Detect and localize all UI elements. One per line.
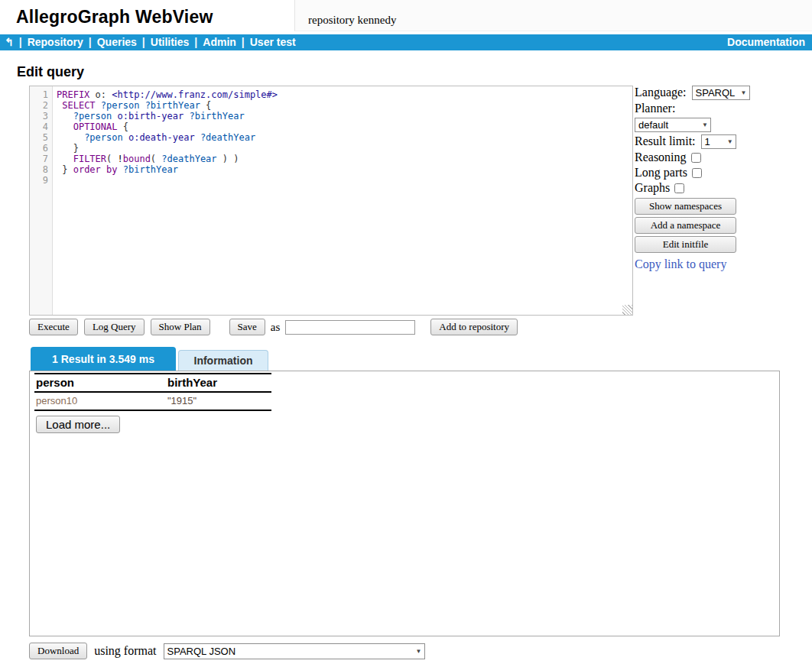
nav-item-utilities[interactable]: Utilities [151, 34, 190, 50]
planner-select[interactable]: default ▼ [635, 118, 711, 132]
line-number: 6 [30, 143, 48, 154]
code-line: FILTER( !bound( ?deathYear ) ) [57, 154, 632, 164]
line-number: 9 [30, 175, 48, 186]
repository-label: repository kennedy [308, 14, 396, 27]
format-select-value: SPARQL JSON [167, 646, 236, 657]
code-line: } [57, 143, 632, 154]
add-namespace-button[interactable]: Add a namespace [635, 217, 736, 234]
line-number: 4 [30, 121, 48, 132]
column-header: birthYear [166, 374, 271, 392]
line-number: 7 [30, 154, 48, 164]
using-format-label: using format [94, 644, 156, 658]
save-button[interactable]: Save [229, 319, 265, 335]
show-plan-button[interactable]: Show Plan [151, 319, 210, 335]
tab-results[interactable]: 1 Result in 3.549 ms [31, 347, 176, 371]
nav-bar: ↰ | Repository | Queries | Utilities | A… [0, 34, 812, 50]
allegrograph-webview: AllegroGraph WebView repository kennedy … [0, 0, 812, 667]
result-limit-label: Result limit: [635, 134, 696, 148]
nav-item-repository[interactable]: Repository [28, 34, 83, 50]
nav-left: ↰ | Repository | Queries | Utilities | A… [5, 34, 296, 50]
graphs-checkbox[interactable] [674, 183, 684, 193]
nav-item-queries[interactable]: Queries [97, 34, 137, 50]
page-title: Edit query [17, 64, 84, 80]
tab-information[interactable]: Information [178, 350, 268, 371]
nav-separator: | [242, 34, 245, 50]
nav-item-admin[interactable]: Admin [203, 34, 236, 50]
app-title: AllegroGraph WebView [16, 7, 213, 28]
resize-grip-icon[interactable] [622, 305, 632, 315]
line-number: 1 [30, 89, 48, 100]
code-line: SELECT ?person ?birthYear { [57, 100, 632, 111]
nav-item-user-test[interactable]: User test [250, 34, 296, 50]
planner-select-value: default [638, 119, 668, 131]
planner-label: Planner: [635, 102, 675, 115]
chevron-down-icon: ▼ [741, 89, 747, 96]
result-limit-select-value: 1 [705, 136, 710, 147]
nav-separator: | [89, 34, 92, 50]
chevron-down-icon: ▼ [416, 648, 422, 655]
language-label: Language: [635, 86, 687, 99]
save-as-label: as [271, 321, 281, 334]
result-resource-cell[interactable]: person10 [34, 392, 166, 410]
download-button[interactable]: Download [29, 643, 87, 659]
show-namespaces-button[interactable]: Show namespaces [635, 198, 736, 215]
query-options-panel: Language: SPARQL ▼ Planner: default ▼ Re… [635, 84, 810, 271]
code-line: } order by ?birthYear [57, 164, 632, 175]
log-query-button[interactable]: Log Query [84, 319, 145, 335]
results-header-row: personbirthYear [34, 374, 271, 392]
result-literal-cell: "1915" [166, 392, 271, 410]
load-more-button[interactable]: Load more... [36, 416, 120, 433]
code-line: PREFIX o: <http://www.franz.com/simple#> [57, 89, 632, 100]
line-numbers: 123456789 [30, 86, 53, 315]
code-lines[interactable]: PREFIX o: <http://www.franz.com/simple#>… [53, 86, 632, 315]
nav-item-documentation[interactable]: Documentation [727, 34, 805, 50]
nav-separator: | [194, 34, 197, 50]
download-row: Download using format SPARQL JSON ▼ [29, 643, 425, 659]
results-tabs: 1 Result in 3.549 ms Information [31, 347, 268, 371]
results-panel: personbirthYear person10"1915" Load more… [29, 371, 780, 636]
long-parts-checkbox[interactable] [692, 168, 702, 178]
line-number: 2 [30, 100, 48, 111]
code-line [57, 175, 632, 186]
language-select[interactable]: SPARQL ▼ [692, 86, 750, 100]
chevron-down-icon: ▼ [727, 138, 733, 145]
query-editor[interactable]: 123456789 PREFIX o: <http://www.franz.co… [29, 86, 633, 316]
save-name-input[interactable] [285, 320, 415, 335]
copy-link-to-query[interactable]: Copy link to query [635, 257, 810, 271]
reasoning-checkbox[interactable] [691, 153, 701, 163]
line-number: 8 [30, 164, 48, 175]
line-number: 3 [30, 111, 48, 121]
code-line: ?person o:death-year ?deathYear [57, 132, 632, 143]
line-number: 5 [30, 132, 48, 143]
graphs-label: Graphs [635, 181, 670, 195]
chevron-down-icon: ▼ [702, 121, 708, 128]
column-header: person [34, 374, 166, 392]
nav-separator: | [142, 34, 145, 50]
execute-button[interactable]: Execute [29, 319, 78, 335]
result-limit-select[interactable]: 1 ▼ [701, 134, 736, 149]
edit-initfile-button[interactable]: Edit initfile [635, 236, 736, 253]
back-icon[interactable]: ↰ [5, 34, 14, 50]
reasoning-label: Reasoning [635, 151, 687, 164]
code-line: OPTIONAL { [57, 121, 632, 132]
add-to-repository-button[interactable]: Add to repository [430, 319, 518, 335]
language-select-value: SPARQL [696, 87, 736, 99]
table-row: person10"1915" [34, 392, 271, 410]
query-toolbar: Execute Log Query Show Plan Save as Add … [29, 319, 518, 335]
long-parts-label: Long parts [635, 166, 687, 180]
nav-separator: | [19, 34, 22, 50]
format-select[interactable]: SPARQL JSON ▼ [164, 643, 425, 659]
header: AllegroGraph WebView repository kennedy [0, 0, 812, 34]
code-line: ?person o:birth-year ?birthYear [57, 111, 632, 121]
results-table: personbirthYear person10"1915" [34, 373, 271, 411]
results-body: person10"1915" [34, 392, 271, 410]
